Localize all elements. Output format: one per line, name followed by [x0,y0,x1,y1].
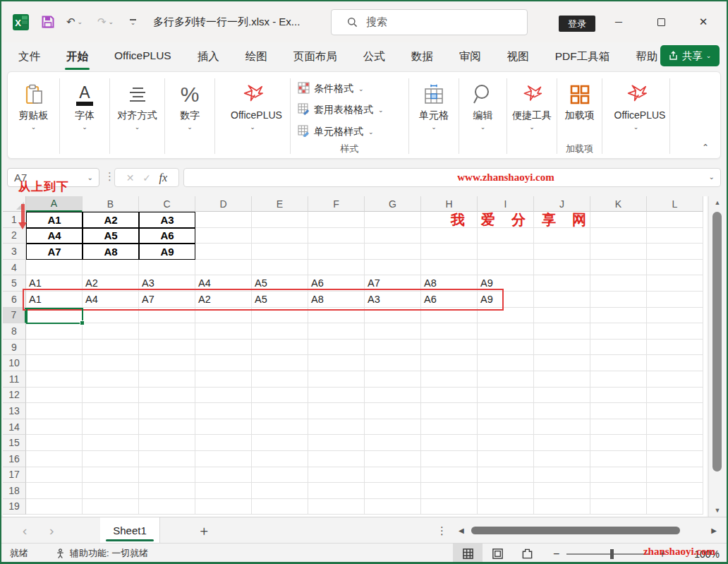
cell-K10[interactable] [590,355,647,371]
cell-J15[interactable] [534,435,590,451]
tab-插入[interactable]: 插入 [196,47,221,67]
cell-H4[interactable] [421,260,478,276]
column-header-K[interactable]: K [590,196,647,212]
row-header-18[interactable]: 18 [3,483,26,499]
cell-A17[interactable] [26,467,83,484]
cell-J6[interactable] [534,292,590,308]
column-header-B[interactable]: B [83,196,139,212]
cell-H17[interactable] [421,467,478,484]
cell-D2[interactable] [195,228,252,244]
cell-L2[interactable] [647,228,703,244]
cell-B17[interactable] [83,467,139,484]
cell-C13[interactable] [139,403,195,419]
ribbon-group-加载项[interactable]: 加载项加载项 [557,76,602,158]
cell-G4[interactable] [365,260,421,276]
tab-开始[interactable]: 开始 [65,47,90,67]
page-layout-view-button[interactable] [483,544,512,564]
cell-J7[interactable] [534,308,590,324]
cell-D10[interactable] [195,355,252,371]
cell-F14[interactable] [308,419,365,436]
close-button[interactable]: ✕ [687,1,720,42]
cell-C17[interactable] [139,467,195,484]
name-box-dropdown-icon[interactable]: ⌄ [87,174,93,181]
cell-F17[interactable] [308,467,365,484]
cell-C18[interactable] [139,483,195,499]
cell-K15[interactable] [590,435,647,451]
row-header-19[interactable]: 19 [3,499,26,515]
vertical-scrollbar[interactable]: ▲ ▼ [708,196,725,517]
cell-D15[interactable] [195,435,252,451]
row-header-14[interactable]: 14 [3,419,26,436]
column-header-H[interactable]: H [421,196,478,212]
cell-I4[interactable] [478,260,534,276]
redo-button[interactable]: ↷ ⌄ [97,1,114,42]
cell-I15[interactable] [478,435,534,451]
cell-K7[interactable] [590,308,647,324]
row-header-11[interactable]: 11 [3,371,26,388]
cell-A15[interactable] [26,435,83,451]
cell-L19[interactable] [647,499,703,515]
cell-B11[interactable] [83,371,139,388]
zoom-out-icon[interactable]: − [553,548,559,560]
cell-F16[interactable] [308,451,365,467]
cell-I17[interactable] [478,467,534,484]
group-title[interactable]: 样式 [298,143,401,155]
cell-L13[interactable] [647,403,703,419]
customize-quick-access-icon[interactable]: ⌄ [130,1,136,42]
cell-D14[interactable] [195,419,252,436]
cell-A14[interactable] [26,419,83,436]
horizontal-scrollbar[interactable]: ◀ ▶ [456,517,718,544]
vertical-scrollbar-thumb[interactable] [712,212,722,472]
ribbon-group-OfficePLUS[interactable]: OfficePLUS⌄ [602,76,669,158]
cell-E9[interactable] [252,340,308,356]
cell-H15[interactable] [421,435,478,451]
button-单元格样式[interactable]: 单元格样式⌄ [298,121,401,143]
cell-A1[interactable]: A1 [26,212,83,228]
cell-D12[interactable] [195,388,252,404]
cell-E13[interactable] [252,403,308,419]
tab-页面布局[interactable]: 页面布局 [292,47,339,67]
cell-B19[interactable] [83,499,139,515]
cell-L16[interactable] [647,451,703,467]
cell-D19[interactable] [195,499,252,515]
expand-formula-bar-icon[interactable]: ⌄ [709,173,715,181]
cell-C8[interactable] [139,323,195,340]
cell-I10[interactable] [478,355,534,371]
cell-H11[interactable] [421,371,478,388]
cell-F13[interactable] [308,403,365,419]
cell-G12[interactable] [365,388,421,404]
cell-K16[interactable] [590,451,647,467]
cell-B2[interactable]: A5 [83,228,139,244]
cell-G1[interactable] [365,212,421,228]
cell-H10[interactable] [421,355,478,371]
cell-G9[interactable] [365,340,421,356]
cell-A3[interactable]: A7 [26,244,83,260]
cell-K17[interactable] [590,467,647,484]
zoom-slider-thumb[interactable] [610,549,614,559]
cell-C14[interactable] [139,419,195,436]
cell-K3[interactable] [590,244,647,260]
cell-J8[interactable] [534,323,590,340]
cell-K8[interactable] [590,323,647,340]
row-header-15[interactable]: 15 [3,435,26,451]
cell-G3[interactable] [365,244,421,260]
cell-B8[interactable] [83,323,139,340]
cell-L18[interactable] [647,483,703,499]
maximize-button[interactable] [645,1,677,42]
cell-G18[interactable] [365,483,421,499]
column-header-L[interactable]: L [647,196,703,212]
row-header-8[interactable]: 8 [3,323,26,340]
row-header-16[interactable]: 16 [3,451,26,467]
formula-bar-drag-handle-icon[interactable]: ⋮ [104,170,115,183]
cell-I18[interactable] [478,483,534,499]
scroll-down-icon[interactable]: ▼ [709,504,726,517]
cell-J13[interactable] [534,403,590,419]
cell-E12[interactable] [252,388,308,404]
cell-B14[interactable] [83,419,139,436]
cell-E15[interactable] [252,435,308,451]
column-header-I[interactable]: I [478,196,534,212]
cell-J14[interactable] [534,419,590,436]
tab-PDF工具箱[interactable]: PDF工具箱 [554,47,612,67]
cell-C9[interactable] [139,340,195,356]
column-header-C[interactable]: C [139,196,195,212]
